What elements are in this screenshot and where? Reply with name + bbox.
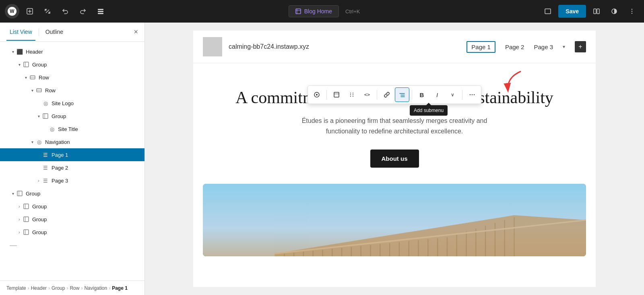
breadcrumb-sep-2: › (48, 285, 50, 291)
tree-item-divider: — (0, 239, 144, 251)
breadcrumb-row[interactable]: Row (70, 285, 79, 291)
main-area: List View Outline × ⬛ Header Group (0, 23, 644, 295)
ftb-divider-2 (377, 90, 377, 100)
expand-page3-arrow (35, 177, 42, 184)
nav-page3[interactable]: Page 3 (534, 44, 553, 50)
breadcrumb-header[interactable]: Header (31, 285, 47, 291)
breadcrumb-sep-1: › (28, 285, 29, 291)
layout-button[interactable] (589, 4, 604, 19)
site-logo-icon: ◎ (42, 100, 49, 107)
breadcrumb: Template › Header › Group › Row › Naviga… (0, 280, 144, 295)
svg-point-38 (353, 93, 353, 93)
view-mode-button[interactable] (541, 4, 555, 19)
ftb-options[interactable] (465, 87, 479, 102)
nav-page1[interactable]: Page 1 (466, 41, 495, 53)
breadcrumb-sep-3: › (66, 285, 68, 291)
expand-row2-arrow (29, 87, 35, 93)
ftb-code-view[interactable]: <> (360, 87, 374, 102)
row1-icon (29, 74, 36, 81)
more-options-button[interactable] (625, 4, 639, 19)
ftb-drag[interactable] (345, 87, 359, 102)
hero-subtitle: Études is a pioneering firm that seamles… (294, 116, 495, 136)
navigation-icon: ◎ (35, 138, 43, 145)
add-block-button[interactable] (23, 4, 37, 19)
contrast-button[interactable] (607, 4, 621, 19)
tree-item-row1[interactable]: Row (0, 71, 144, 84)
group2-icon (42, 112, 49, 120)
redo-button[interactable] (76, 4, 90, 19)
nav-add-button[interactable]: + (575, 41, 586, 52)
tools-button[interactable] (40, 4, 55, 19)
list-view-toggle[interactable] (93, 4, 108, 19)
group4-icon (23, 203, 30, 210)
tree-label-row2: Row (45, 87, 56, 93)
svg-rect-25 (17, 191, 22, 196)
tree-item-page3[interactable]: ☰ Page 3 (0, 174, 144, 187)
tree-item-group4[interactable]: Group (0, 200, 144, 213)
blog-home-button[interactable]: Blog Home (289, 5, 339, 17)
ftb-more-toggle[interactable]: ∨ (445, 87, 460, 102)
ftb-bold[interactable]: B (415, 87, 429, 102)
expand-group1-arrow (16, 61, 23, 68)
group5-icon (23, 216, 30, 223)
tree-item-page2[interactable]: ☰ Page 2 (0, 161, 144, 174)
sidebar-close-button[interactable]: × (134, 28, 138, 36)
architecture-image (203, 184, 586, 256)
tree-item-site-logo[interactable]: ◎ Site Logo (0, 97, 144, 110)
tree-item-site-title[interactable]: ◎ Site Title (0, 123, 144, 135)
site-logo (203, 37, 222, 56)
expand-group4-arrow (16, 203, 23, 210)
tree-item-page1[interactable]: ☰ Page 1 (0, 148, 144, 161)
svg-point-47 (472, 94, 473, 95)
ftb-block-type[interactable] (329, 87, 344, 102)
group6-icon (23, 229, 30, 236)
svg-rect-11 (594, 9, 596, 14)
ftb-link[interactable] (380, 87, 394, 102)
nav-page2[interactable]: Page 2 (505, 44, 524, 50)
tree-label-group4: Group (32, 204, 47, 210)
floating-toolbar: <> B I ∨ (308, 85, 481, 104)
nav-links: Page 1 Page 2 Page 3 ▾ + (466, 41, 586, 53)
svg-rect-12 (597, 9, 599, 14)
tree-item-group2[interactable]: Group (0, 110, 144, 123)
svg-rect-10 (545, 9, 551, 14)
breadcrumb-template[interactable]: Template (6, 285, 26, 291)
svg-point-48 (474, 94, 475, 95)
tree-item-navigation[interactable]: ◎ Navigation (0, 135, 144, 148)
about-us-button[interactable]: About us (370, 150, 419, 168)
tree-item-group3[interactable]: Group (0, 187, 144, 200)
wp-logo[interactable]: W (5, 4, 19, 19)
expand-nav-arrow (29, 139, 35, 145)
ftb-italic[interactable]: I (430, 87, 444, 102)
tree-item-header[interactable]: ⬛ Header (0, 45, 144, 58)
svg-point-34 (316, 94, 318, 96)
tree-item-group6[interactable]: Group (0, 226, 144, 239)
tree-area: ⬛ Header Group Row (0, 42, 144, 280)
page3-icon: ☰ (42, 177, 49, 184)
svg-rect-23 (43, 114, 48, 118)
tab-list-view[interactable]: List View (6, 24, 35, 41)
tree-item-group5[interactable]: Group (0, 213, 144, 226)
ftb-submenu-button[interactable] (395, 87, 409, 102)
expand-group5-arrow (16, 216, 23, 222)
ftb-divider-3 (412, 90, 412, 100)
tree-label-page2: Page 2 (52, 165, 68, 171)
undo-button[interactable] (58, 4, 72, 19)
breadcrumb-page1[interactable]: Page 1 (112, 285, 128, 291)
breadcrumb-sep-4: › (81, 285, 83, 291)
breadcrumb-group[interactable]: Group (52, 285, 65, 291)
breadcrumb-navigation[interactable]: Navigation (84, 285, 107, 291)
nav-expand-icon[interactable]: ▾ (563, 44, 565, 50)
tree-item-group1[interactable]: Group (0, 58, 144, 71)
svg-rect-31 (24, 230, 29, 235)
expand-header-arrow (10, 48, 16, 55)
tab-outline[interactable]: Outline (42, 24, 66, 41)
svg-rect-5 (98, 11, 103, 12)
sidebar: List View Outline × ⬛ Header Group (0, 23, 145, 295)
ftb-target-button[interactable] (310, 87, 324, 102)
wp-logo-inner: W (8, 7, 17, 16)
save-button[interactable]: Save (558, 5, 586, 18)
toolbar-right: Save (541, 4, 639, 19)
tree-item-row2[interactable]: Row (0, 84, 144, 97)
hero-section: A commitment to innovation and sustainab… (193, 63, 596, 184)
